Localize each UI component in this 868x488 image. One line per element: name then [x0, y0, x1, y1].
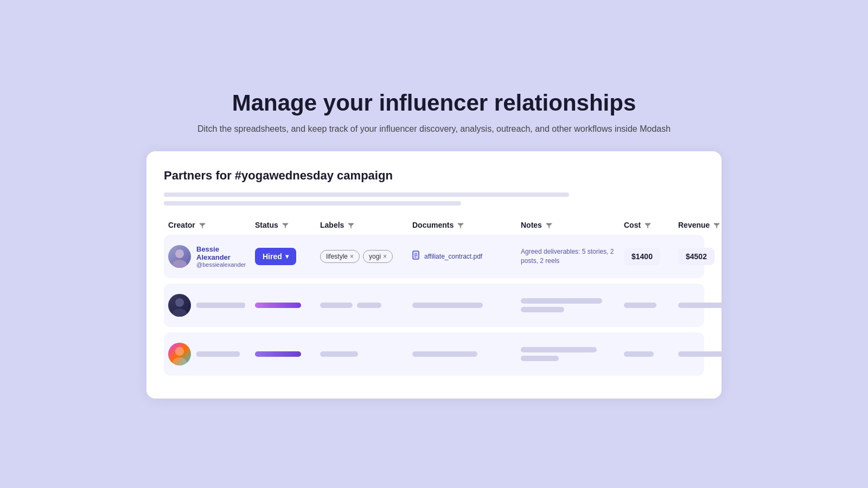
cost-skeleton-3: [624, 351, 654, 357]
documents-cell-3: [408, 351, 516, 357]
avatar-1: [168, 245, 191, 268]
hired-status-badge[interactable]: Hired ▾: [255, 248, 296, 265]
skeleton-bar-1: [164, 192, 569, 197]
col-documents: Documents: [408, 221, 516, 229]
avatar-2: [168, 294, 191, 317]
table-row: [164, 284, 704, 327]
status-skeleton-3: [255, 351, 301, 357]
notes-skeleton-2a: [521, 298, 602, 304]
documents-filter-icon[interactable]: [457, 221, 464, 229]
col-labels: Labels: [316, 221, 408, 229]
table-row: Bessie Alexander @bessiealexander Hired …: [164, 235, 704, 278]
cost-value: $1400: [624, 248, 660, 265]
revenue-cell-1: $4502: [674, 248, 739, 265]
skeleton-bar-2: [164, 201, 461, 206]
label-lifestyle[interactable]: lifestyle ×: [320, 250, 360, 263]
doc-skeleton-3: [412, 351, 477, 357]
status-skeleton-2: [255, 303, 301, 308]
creator-name-skeleton-2: [196, 303, 245, 308]
status-cell-1: Hired ▾: [251, 248, 316, 265]
col-notes: Notes: [516, 221, 620, 229]
labels-cell-1: lifestyle × yogi ×: [316, 250, 408, 263]
document-item[interactable]: affiliate_contract.pdf: [412, 251, 482, 262]
col-status: Status: [251, 221, 316, 229]
revenue-skeleton-3: [678, 351, 724, 357]
influencer-table: Creator Status Labels Documents: [164, 221, 704, 376]
documents-cell-2: [408, 303, 516, 308]
status-filter-icon[interactable]: [282, 221, 289, 229]
label-skeleton-2a: [320, 303, 353, 308]
label-skeleton-3a: [320, 351, 358, 357]
revenue-cell-3: [674, 351, 739, 357]
svg-point-1: [173, 260, 187, 268]
col-creator: Creator: [164, 221, 251, 229]
col-revenue: Revenue: [674, 221, 739, 229]
cost-cell-1: $1400: [620, 248, 674, 265]
status-cell-3: [251, 351, 316, 357]
remove-yogi-icon[interactable]: ×: [383, 253, 387, 260]
svg-point-0: [175, 249, 184, 258]
chevron-down-icon: ▾: [285, 253, 289, 260]
page-title: Manage your influencer relationships: [197, 89, 671, 117]
notes-skeleton-2b: [521, 307, 564, 312]
creator-cell-2: [164, 294, 251, 317]
label-yogi[interactable]: yogi ×: [363, 250, 393, 263]
cost-cell-3: [620, 351, 674, 357]
documents-cell-1: affiliate_contract.pdf: [408, 251, 516, 262]
table-header: Creator Status Labels Documents: [164, 221, 704, 235]
page-subtitle: Ditch the spreadsheets, and keep track o…: [197, 124, 671, 134]
notes-skeleton-3b: [521, 356, 559, 361]
creator-cell-1: Bessie Alexander @bessiealexander: [164, 245, 251, 268]
revenue-filter-icon[interactable]: [713, 221, 720, 229]
revenue-value: $4502: [678, 248, 714, 265]
notes-filter-icon[interactable]: [545, 221, 553, 229]
main-card: Partners for #yogawednesday campaign Cre…: [146, 151, 722, 399]
svg-point-9: [175, 347, 184, 356]
notes-cell-1: Agreed deliverables: 5 stories, 2 posts,…: [516, 247, 620, 266]
cost-filter-icon[interactable]: [644, 221, 652, 229]
svg-point-7: [175, 298, 184, 307]
creator-name-skeleton-3: [196, 351, 240, 357]
notes-cell-3: [516, 347, 620, 361]
revenue-skeleton-2: [678, 303, 727, 308]
status-cell-2: [251, 303, 316, 308]
svg-point-8: [173, 309, 187, 317]
labels-cell-3: [316, 351, 408, 357]
cost-skeleton-2: [624, 303, 656, 308]
creator-cell-3: [164, 343, 251, 365]
labels-cell-2: [316, 303, 408, 308]
col-cost: Cost: [620, 221, 674, 229]
label-skeleton-2b: [357, 303, 381, 308]
card-title: Partners for #yogawednesday campaign: [164, 169, 704, 183]
page-header: Manage your influencer relationships Dit…: [197, 89, 671, 134]
cost-cell-2: [620, 303, 674, 308]
creator-filter-icon[interactable]: [199, 221, 206, 229]
document-icon: [412, 251, 421, 262]
avatar-3: [168, 343, 191, 365]
notes-skeleton-3a: [521, 347, 597, 352]
table-row: [164, 332, 704, 376]
labels-filter-icon[interactable]: [347, 221, 355, 229]
notes-cell-2: [516, 298, 620, 312]
remove-lifestyle-icon[interactable]: ×: [350, 253, 354, 260]
revenue-cell-2: [674, 303, 739, 308]
search-skeleton: [164, 192, 704, 206]
doc-skeleton-2: [412, 303, 483, 308]
svg-point-10: [173, 357, 187, 365]
